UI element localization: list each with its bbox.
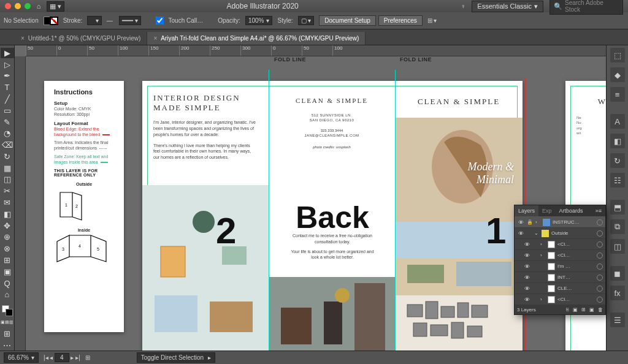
document-tab[interactable]: × Untitled-1* @ 50% (CMYK/GPU Preview) <box>15 32 147 45</box>
swatches-panel-icon[interactable]: ◧ <box>610 134 625 148</box>
paintbrush-tool[interactable]: ✎ <box>1 117 14 127</box>
layer-name[interactable]: INSTRUC… <box>553 219 594 225</box>
layer-name[interactable]: <Cl… <box>557 297 594 302</box>
home-icon[interactable]: ⌂ <box>34 2 43 10</box>
eyedropper-tool[interactable]: ⊗ <box>1 243 14 254</box>
target-icon[interactable] <box>597 219 603 226</box>
character-panel-icon[interactable]: A <box>610 114 625 129</box>
target-icon[interactable] <box>597 297 603 303</box>
color-guide-panel-icon[interactable]: ≡ <box>610 87 625 102</box>
visibility-icon[interactable]: 👁 <box>523 286 530 292</box>
fill-stroke-swatch[interactable] <box>44 17 58 25</box>
visibility-icon[interactable]: 👁 <box>517 230 524 237</box>
target-icon[interactable] <box>597 241 603 248</box>
layers-panel[interactable]: Layers Exp Artboards »≡ 👁 🔒 › INSTRUC… 👁… <box>514 205 606 315</box>
layer-row[interactable]: 👁 ⌄ Outside <box>515 228 605 239</box>
fold-guide[interactable] <box>269 70 269 351</box>
expand-icon[interactable]: › <box>540 252 545 258</box>
symbol-sprayer-tool[interactable]: ▣ <box>1 267 14 277</box>
expand-icon[interactable]: ⌄ <box>534 230 539 236</box>
gradient-panel-icon[interactable]: ⧉ <box>610 219 625 234</box>
target-icon[interactable] <box>597 252 603 259</box>
fold-guide[interactable] <box>395 70 396 351</box>
perspective-tool[interactable]: ◧ <box>1 209 14 219</box>
artboard-nav[interactable]: |◂ ◂ 4 ▸ ▸| <box>44 353 80 362</box>
layer-row[interactable]: 👁 INT… <box>515 272 605 283</box>
bridge-icon[interactable]: ▦ ▾ <box>47 1 64 12</box>
preferences-button[interactable]: Preferences <box>378 15 423 26</box>
layer-name[interactable]: INT… <box>557 275 594 280</box>
layers-panel-icon[interactable]: ☰ <box>610 313 625 327</box>
symbols-panel-icon[interactable]: ☷ <box>610 173 625 188</box>
stroke-weight-field[interactable]: ▾ <box>87 16 101 25</box>
selection-tool[interactable]: ▶ <box>1 48 14 58</box>
gradient-tool[interactable]: ⊕ <box>1 232 14 243</box>
close-tab-icon[interactable]: × <box>153 35 157 42</box>
opacity-field[interactable]: 100% ▾ <box>245 16 273 25</box>
artboard-brochure-outside[interactable]: INTERIOR DESIGN MADE SIMPLE I'm Jane, in… <box>142 81 523 351</box>
layer-row[interactable]: 👁 › <Cl… <box>515 239 605 250</box>
ruler-vertical[interactable] <box>15 56 26 351</box>
shape-builder-tool[interactable]: ✉ <box>1 197 14 208</box>
layer-row[interactable]: 👁 I'm … <box>515 261 605 272</box>
exp-tab[interactable]: Exp <box>538 205 556 216</box>
target-icon[interactable] <box>597 286 603 292</box>
graphic-style-field[interactable]: ▢ ▾ <box>298 16 315 25</box>
blob-brush-tool[interactable]: ◔ <box>1 128 14 138</box>
layer-name[interactable]: I'm … <box>557 264 594 269</box>
panel1-hero-image[interactable]: Modern & Minimal <box>395 118 523 222</box>
graphic-styles-panel-icon[interactable]: fx <box>610 286 625 300</box>
visibility-icon[interactable]: 👁 <box>523 297 530 303</box>
type-tool[interactable]: T <box>1 82 14 93</box>
layer-name[interactable]: <Cl… <box>557 241 594 247</box>
document-setup-button[interactable]: Document Setup <box>319 15 376 26</box>
expand-icon[interactable]: › <box>540 297 545 302</box>
document-tab[interactable]: × Ariyah Tri-fold Clean and Simple A4.ai… <box>147 32 366 45</box>
delete-layer-icon[interactable]: 🗑 <box>598 307 603 313</box>
new-layer-icon[interactable]: ▣ <box>589 307 594 313</box>
visibility-icon[interactable]: 👁 <box>523 275 530 281</box>
bulb-icon[interactable]: ♀ <box>461 2 465 10</box>
new-sublayer-icon[interactable]: ⊞ <box>581 307 586 313</box>
back-cta-box[interactable]: Back Contact me to receive a free no-obl… <box>283 197 381 271</box>
layers-tab[interactable]: Layers <box>515 205 538 216</box>
artboard-nav-icon[interactable]: ⊞ <box>85 354 90 361</box>
layer-name[interactable]: CLE… <box>557 286 594 291</box>
expand-icon[interactable]: › <box>535 219 540 225</box>
expand-icon[interactable]: › <box>540 241 545 247</box>
direct-selection-tool[interactable]: ▷ <box>1 59 14 70</box>
visibility-icon[interactable]: 👁 <box>517 219 524 226</box>
visibility-icon[interactable]: 👁 <box>523 241 530 248</box>
eraser-tool[interactable]: ⌫ <box>1 140 14 150</box>
free-transform-tool[interactable]: ✂ <box>1 186 14 196</box>
artboard-instructions[interactable]: Instructions Setup Color Mode: CMYK Reso… <box>44 81 124 332</box>
scale-tool[interactable]: ▦ <box>1 163 14 173</box>
locate-layer-icon[interactable]: ⎘ <box>566 307 569 313</box>
appearance-panel-icon[interactable]: ◼ <box>610 266 625 281</box>
edit-toolbar[interactable]: ⋯ <box>1 340 14 351</box>
panel2-image[interactable] <box>142 185 269 351</box>
layer-row[interactable]: 👁 🔒 › INSTRUC… <box>515 217 605 228</box>
stock-search[interactable]: 🔍 Search Adobe Stock <box>550 0 623 15</box>
layer-row[interactable]: 👁 CLE… <box>515 283 605 294</box>
mesh-tool[interactable]: ✥ <box>1 221 14 231</box>
rectangle-tool[interactable]: ▭ <box>1 105 14 116</box>
layer-name[interactable]: Outside <box>551 230 594 236</box>
close-window-icon[interactable] <box>5 3 11 9</box>
target-icon[interactable] <box>597 275 603 281</box>
rotate-tool[interactable]: ↻ <box>1 151 14 162</box>
back-image[interactable] <box>269 277 395 351</box>
line-tool[interactable]: ╱ <box>1 94 14 104</box>
status-mode[interactable]: Toggle Direct Selection ▸ <box>137 352 215 363</box>
blend-tool[interactable]: ⊞ <box>1 255 14 265</box>
layer-row[interactable]: 👁 › <Cl… <box>515 294 605 305</box>
ruler-horizontal[interactable]: 50050100150200250300050100 <box>26 45 606 56</box>
artboard-tool[interactable]: ⌂ <box>1 289 14 300</box>
layer-name[interactable]: <Cl… <box>557 252 594 258</box>
touch-calligraphy-checkbox[interactable] <box>156 17 164 25</box>
width-tool[interactable]: ◫ <box>1 175 14 185</box>
screen-mode[interactable]: ⊞ <box>1 329 14 339</box>
fill-stroke-proxy[interactable] <box>1 305 14 316</box>
stroke-swatch-icon[interactable] <box>50 17 58 25</box>
pen-tool[interactable]: ✒ <box>1 71 14 82</box>
